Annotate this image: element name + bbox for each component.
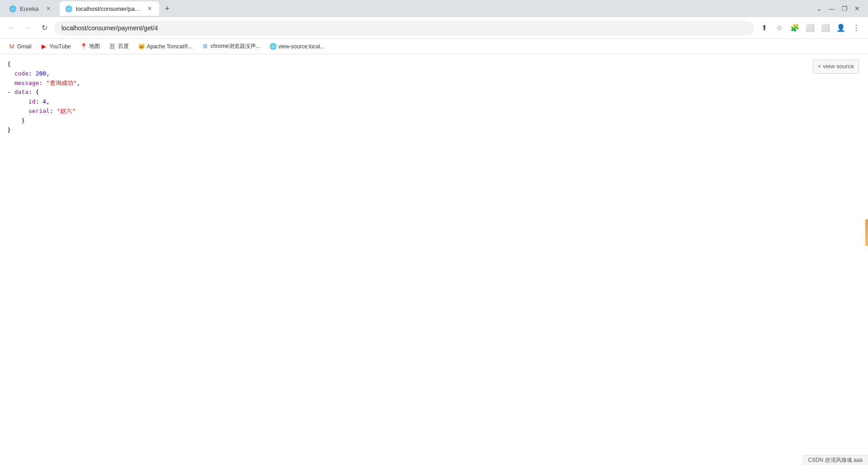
main-content: + view source { code: 200, message: "查询成…	[0, 54, 868, 465]
bookmark-viewsrc[interactable]: 🌐 view-source:local...	[266, 42, 328, 51]
bookmark-maps[interactable]: 📍 地图	[76, 42, 104, 51]
address-right-icons: ⬆ ☆ 🧩 ⬜ ⬜ 👤 ⋮	[758, 22, 863, 34]
profile-icon[interactable]: 👤	[835, 22, 847, 34]
scroll-indicator[interactable]	[865, 219, 868, 246]
tab-payment-icon: 🌐	[65, 5, 72, 12]
window-maximize-button[interactable]: ❐	[841, 5, 848, 12]
chrome-icon: ⚙	[202, 43, 209, 50]
title-bar: 🌐 Eureka ✕ 🌐 localhost/consumer/payment …	[0, 0, 868, 17]
view-source-plus: +	[818, 62, 821, 71]
tab-payment-close[interactable]: ✕	[146, 5, 154, 13]
viewsrc-bookmark-icon: 🌐	[269, 43, 277, 50]
maps-icon: 📍	[80, 43, 87, 50]
bookmark-baidu[interactable]: 百 百度	[105, 42, 132, 51]
json-line-serial: serial: "赵六"	[7, 107, 861, 116]
menu-icon[interactable]: ⋮	[850, 22, 863, 34]
json-line-data-close: }	[7, 116, 861, 126]
bookmark-gmail-label: Gmail	[17, 43, 31, 50]
json-line-close: }	[7, 126, 861, 135]
tab-eureka-icon: 🌐	[9, 5, 16, 12]
window-close-button[interactable]: ✕	[854, 5, 861, 12]
bookmark-maps-label: 地图	[89, 42, 100, 50]
bookmark-tomcat-label: Apache Tomcat®...	[147, 43, 193, 50]
extensions-icon[interactable]: 🧩	[788, 22, 801, 34]
window-minimize-button[interactable]: —	[828, 5, 835, 12]
json-line-id: id: 4,	[7, 97, 861, 107]
bookmark-chrome-label: chrome浏览器没声...	[211, 42, 260, 50]
share-icon[interactable]: ⬆	[758, 22, 770, 34]
bookmark-chrome[interactable]: ⚙ chrome浏览器没声...	[198, 42, 264, 51]
tab-eureka[interactable]: 🌐 Eureka ✕	[4, 1, 58, 16]
youtube-icon: ▶	[40, 43, 47, 50]
window-controls: ⌄ — ❐ ✕	[816, 5, 864, 12]
bookmark-viewsrc-label: view-source:local...	[278, 43, 325, 50]
window-collapse-button[interactable]: ⌄	[816, 5, 823, 12]
bookmark-youtube[interactable]: ▶ YouTube	[37, 42, 74, 51]
tomcat-icon: 🐱	[138, 43, 145, 50]
bottom-bar-text: CSDN @清风微魂 aaa	[808, 457, 863, 463]
address-input[interactable]	[54, 21, 754, 35]
json-line-open: {	[7, 60, 861, 69]
forward-button[interactable]: →	[22, 22, 34, 34]
sidebar-icon[interactable]: ⬜	[819, 22, 832, 34]
bookmark-youtube-label: YouTube	[49, 43, 71, 50]
gmail-icon: M	[8, 43, 15, 50]
address-bar: ← → ↻ ⬆ ☆ 🧩 ⬜ ⬜ 👤 ⋮	[0, 17, 868, 39]
tab-eureka-close[interactable]: ✕	[44, 5, 52, 13]
bookmark-baidu-label: 百度	[118, 42, 129, 50]
json-line-data-open: - data: {	[7, 88, 861, 97]
view-source-label: view source	[823, 62, 854, 71]
reload-button[interactable]: ↻	[38, 22, 51, 34]
json-line-message: message: "查询成功",	[7, 79, 861, 88]
star-icon[interactable]: ☆	[773, 22, 786, 34]
tab-payment-label: localhost/consumer/payment	[76, 5, 142, 12]
tab-payment[interactable]: 🌐 localhost/consumer/payment ✕	[60, 1, 159, 16]
json-line-code: code: 200,	[7, 69, 861, 79]
cast-icon[interactable]: ⬜	[804, 22, 816, 34]
bookmark-gmail[interactable]: M Gmail	[5, 42, 35, 51]
new-tab-button[interactable]: +	[161, 2, 174, 15]
json-display: { code: 200, message: "查询成功", - data: { …	[7, 60, 861, 135]
bookmarks-bar: M Gmail ▶ YouTube 📍 地图 百 百度 🐱 Apache Tom…	[0, 39, 868, 54]
bookmark-tomcat[interactable]: 🐱 Apache Tomcat®...	[134, 42, 196, 51]
tab-eureka-label: Eureka	[20, 5, 41, 12]
back-button[interactable]: ←	[5, 22, 18, 34]
bottom-bar: CSDN @清风微魂 aaa	[802, 455, 868, 465]
baidu-icon: 百	[109, 43, 116, 50]
view-source-button[interactable]: + view source	[813, 60, 859, 74]
